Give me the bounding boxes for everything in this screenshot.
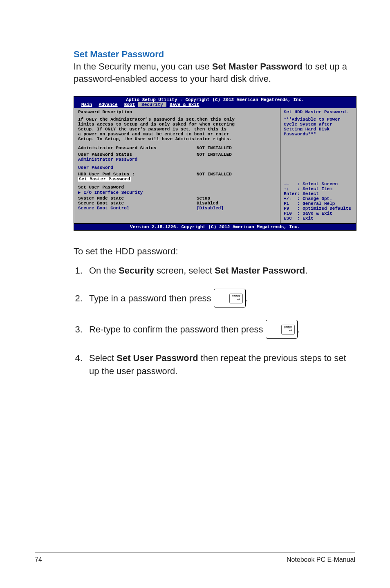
page-footer: 74 Notebook PC E-Manual — [35, 552, 355, 563]
step-1: On the Security screen, select Set Maste… — [85, 264, 355, 277]
tab-advance: Advance — [95, 102, 121, 107]
set-user: Set User Password — [78, 185, 277, 190]
section-heading: Set Master Password — [74, 49, 355, 60]
intro-bold: Set Master Password — [212, 61, 303, 72]
r4: Setting Hard Disk — [284, 127, 354, 132]
pd-l2: limits access to Setup and is only asked… — [78, 122, 277, 127]
intro-pre: In the Security menu, you can use — [74, 61, 212, 72]
set-master-selected: Set Master Password — [78, 177, 131, 182]
tab-security: Security — [138, 102, 166, 107]
s4b: Set User Password — [117, 353, 198, 363]
enter-key-icon: enter↵ — [266, 320, 298, 339]
user-pw: User Password — [78, 165, 277, 170]
step-2: Type in a password then press enter↵ . — [85, 290, 355, 308]
help-h3: Enter: Select — [284, 191, 354, 196]
sysmode-label: System Mode state — [78, 196, 197, 201]
aps-value: NOT INSTALLED — [197, 146, 277, 150]
step-3: Re-type to confirm the password then pre… — [85, 321, 355, 339]
enter-key-arrow: ↵ — [284, 329, 292, 333]
s1d: Set Master Password — [215, 265, 305, 276]
tab-save: Save & Exit — [166, 102, 203, 107]
r5: Passwords*** — [284, 132, 354, 137]
help-h7: F10 : Save & Exit — [284, 211, 354, 216]
tab-main: Main — [78, 102, 95, 107]
sbstate-label: Secure Boot state — [78, 201, 197, 206]
hdd-value: NOT INSTALLED — [197, 172, 277, 177]
sbctrl-label: Secure Boot Control — [78, 206, 197, 211]
bios-footer: Version 2.15.1226. Copyright (C) 2012 Am… — [74, 223, 356, 230]
pd-l4: a power on password and must be entered … — [78, 132, 277, 137]
ups-value: NOT INSTALLED — [197, 152, 277, 157]
subhead: To set the HDD password: — [74, 245, 355, 258]
r3: Cycle System after — [284, 122, 354, 127]
bios-left-pane: Password Description If ONLY the Adminis… — [74, 108, 280, 223]
r2: ***Advisable to Power — [284, 117, 354, 122]
pd-l1: If ONLY the Administrator's password is … — [78, 117, 277, 122]
io-label: I/O Interface Security — [83, 190, 143, 195]
pd-l5: Setup. In Setup, the User will have Admi… — [78, 137, 277, 141]
help-h8: ESC : Exit — [284, 216, 354, 221]
sbctrl-value: [Disabled] — [197, 206, 277, 211]
intro-paragraph: In the Security menu, you can use Set Ma… — [74, 61, 355, 85]
steps-list: On the Security screen, select Set Maste… — [74, 264, 355, 377]
bios-screenshot: Aptio Setup Utility - Copyright (C) 2012… — [74, 96, 356, 231]
bios-right-pane: Set HDD Master Password. ***Advisable to… — [280, 108, 356, 223]
s4a: Select — [89, 353, 117, 363]
bios-title: Aptio Setup Utility - Copyright (C) 2012… — [74, 97, 356, 102]
sbstate-value: Disabled — [197, 201, 277, 206]
manual-title: Notebook PC E-Manual — [287, 556, 355, 563]
page-number: 74 — [35, 556, 42, 563]
s2a: Type in a password then press — [89, 293, 214, 303]
io-interface: ▶ I/O Interface Security — [78, 190, 277, 195]
s1b: Security — [119, 265, 154, 276]
s3a: Re-type to confirm the password then pre… — [89, 324, 266, 334]
help-h6: F9 : Optimized Defaults — [284, 206, 354, 211]
tab-boot: Boot — [121, 102, 138, 107]
step-4: Select Set User Password then repeat the… — [85, 352, 355, 378]
r1: Set HDD Master Password. — [284, 110, 354, 114]
aps-label: Administrator Password Status — [78, 146, 197, 150]
sysmode-value: Setup — [197, 196, 277, 201]
hdd-label: HDD User Pwd Status : — [78, 172, 197, 177]
s1e: . — [305, 265, 307, 276]
help-h5: F1 : General Help — [284, 201, 354, 206]
help-h1: →← : Select Screen — [284, 182, 354, 186]
enter-key-icon: enter↵ — [214, 289, 246, 307]
help-h4: +/- : Change Opt. — [284, 196, 354, 201]
admin-pw: Administrator Password — [78, 157, 277, 162]
ups-label: User Password Status — [78, 152, 197, 157]
pd-l3: Setup. If ONLY the user's password is se… — [78, 127, 277, 132]
bios-tabs: MainAdvanceBootSecuritySave & Exit — [74, 102, 356, 108]
enter-key-arrow: ↵ — [232, 298, 240, 302]
s1a: On the — [89, 265, 119, 276]
help-h2: ↑↓ : Select Item — [284, 186, 354, 191]
pd-title: Password Description — [78, 110, 277, 114]
s1c: screen, select — [154, 265, 215, 276]
